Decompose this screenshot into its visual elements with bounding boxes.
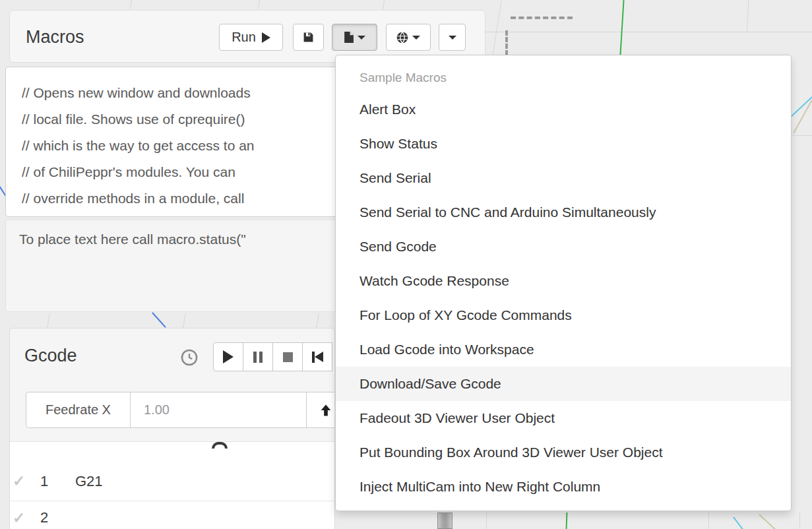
grid-line (258, 0, 260, 9)
globe-icon (396, 32, 408, 44)
menu-item-load-gcode[interactable]: Load Gcode into Workspace (336, 332, 791, 367)
gcode-row[interactable]: ✓ 2 (10, 501, 335, 529)
menu-item-send-gcode[interactable]: Send Gcode (336, 230, 791, 264)
globe-share-button[interactable] (386, 24, 431, 51)
run-macro-button[interactable]: Run (219, 24, 283, 51)
scrollbar-thumb[interactable] (437, 513, 453, 529)
stop-icon (283, 352, 293, 362)
grid-line (492, 0, 501, 55)
axis-green-line (566, 513, 568, 529)
menu-item-show-status[interactable]: Show Status (336, 127, 791, 161)
floppy-save-icon (303, 32, 314, 43)
khaki-line (759, 514, 776, 529)
grid-line (799, 513, 800, 529)
feedrate-increase-button[interactable] (306, 392, 335, 428)
menu-item-for-loop-xy[interactable]: For Loop of XY Gcode Commands (336, 298, 791, 332)
dashed-line (505, 30, 508, 55)
file-icon (344, 32, 354, 43)
arrow-up-icon (320, 404, 332, 416)
macros-title: Macros (26, 27, 84, 47)
menu-item-fadeout-3d-viewer[interactable]: Fadeout 3D Viewer User Object (336, 401, 791, 435)
macro-list-button[interactable] (332, 24, 377, 51)
run-label: Run (232, 30, 256, 45)
grid-line (486, 513, 487, 529)
gcode-transport-controls (213, 342, 332, 371)
stop-gcode-button[interactable] (272, 342, 303, 371)
gcode-list-section: ✓ 1 G21 ✓ 2 (10, 441, 335, 529)
feedrate-input[interactable] (130, 392, 307, 428)
grid-line (130, 0, 132, 9)
caret-down-icon (358, 36, 365, 40)
dashed-line (511, 16, 573, 19)
gcode-title: Gcode (24, 346, 77, 366)
menu-item-bounding-box[interactable]: Put Bounding Box Around 3D Viewer User O… (336, 435, 791, 470)
more-options-button[interactable] (439, 24, 466, 51)
clock-icon[interactable] (180, 348, 199, 367)
grid-line (316, 313, 319, 328)
check-icon: ✓ (13, 509, 25, 527)
feedrate-label: Feedrate X (26, 392, 131, 428)
gcode-row[interactable]: ✓ 1 G21 (10, 462, 335, 501)
menu-item-watch-gcode-response[interactable]: Watch Gcode Response (336, 264, 791, 298)
grid-line (383, 0, 385, 9)
pause-gcode-button[interactable] (243, 342, 273, 371)
axis-blue-line (152, 312, 166, 328)
grid-line (47, 313, 50, 328)
gcode-line-number: 2 (40, 509, 48, 526)
axis-green-line (619, 0, 624, 57)
grid-line (183, 313, 186, 328)
sample-macros-dropdown: Sample Macros Alert Box Show Status Send… (335, 55, 792, 511)
play-gcode-button[interactable] (213, 342, 243, 371)
collapse-handle-icon[interactable] (212, 442, 228, 449)
dropdown-header: Sample Macros (336, 63, 791, 92)
grid-line (747, 0, 749, 33)
caret-down-icon (449, 36, 456, 40)
pause-icon (253, 352, 263, 363)
grid-line (485, 32, 812, 32)
grid-line (708, 513, 709, 529)
menu-item-alert-box[interactable]: Alert Box (336, 92, 791, 127)
menu-item-inject-multicam[interactable]: Inject MultiCam into New Right Column (336, 470, 791, 504)
menu-item-download-save-gcode[interactable]: Download/Save Gcode (336, 367, 791, 401)
gcode-panel: Gcode Feedrate X (9, 328, 335, 529)
workspace: Macros Run (0, 0, 812, 529)
menu-item-send-serial-cnc-arduino[interactable]: Send Serial to CNC and Arduino Simultane… (336, 195, 791, 230)
gcode-line-number: 1 (40, 473, 48, 490)
step-backward-button[interactable] (302, 342, 332, 371)
step-backward-icon (312, 352, 323, 363)
gcode-command: G21 (75, 473, 103, 490)
cyan-line (733, 516, 744, 529)
play-icon (262, 32, 270, 43)
check-icon: ✓ (13, 472, 25, 490)
grid-line (792, 135, 812, 136)
caret-down-icon (412, 36, 420, 40)
play-icon (223, 350, 234, 363)
menu-item-send-serial[interactable]: Send Serial (336, 161, 791, 195)
save-macro-button[interactable] (293, 24, 324, 51)
